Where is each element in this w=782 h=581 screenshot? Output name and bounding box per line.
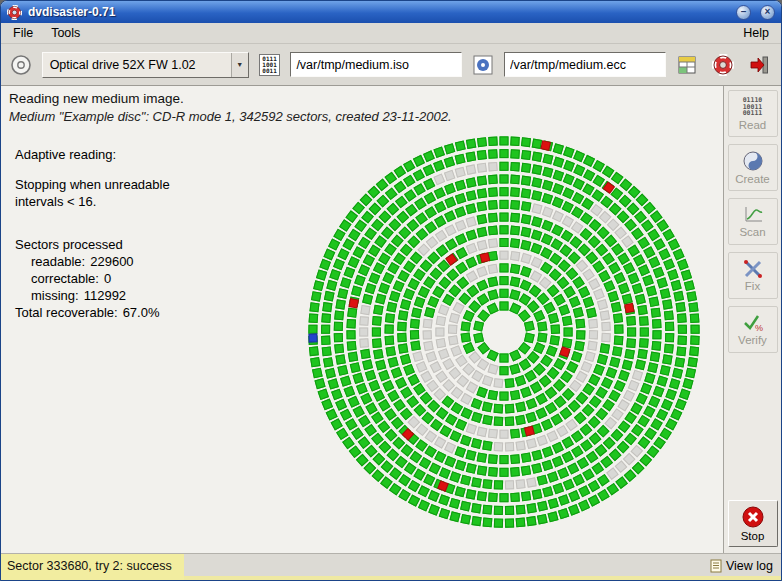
titlebar[interactable]: dvdisaster-0.71 – ×: [1, 1, 781, 23]
drive-select-combobox[interactable]: Optical drive 52X FW 1.02 ▼: [42, 52, 249, 78]
adaptive-reading-title: Adaptive reading:: [15, 146, 170, 163]
titlebar-button-minimize[interactable]: –: [736, 5, 751, 20]
scan-button[interactable]: Scan: [728, 198, 778, 245]
ecc-file-input[interactable]: [504, 52, 666, 77]
status-message: Sector 333680, try 2: success: [1, 554, 184, 580]
window-title: dvdisaster-0.71: [28, 5, 115, 19]
readable-label: readable:: [31, 254, 85, 269]
view-log-label: View log: [726, 559, 773, 573]
menu-file[interactable]: File: [4, 24, 42, 42]
sectors-readable-row: readable:229600: [15, 253, 170, 270]
log-page-icon: [710, 559, 722, 573]
total-recoverable-value: 67.0%: [123, 305, 160, 320]
menu-help[interactable]: Help: [734, 24, 778, 42]
total-recoverable-row: Total recoverable:67.0%: [15, 304, 170, 321]
stop-button[interactable]: Stop: [728, 500, 778, 547]
chevron-down-icon[interactable]: ▼: [231, 53, 248, 77]
toolbar: Optical drive 52X FW 1.02 ▼ 0111 1001 00…: [1, 44, 781, 86]
read-button-label: Read: [739, 119, 767, 131]
yin-yang-create-icon: [742, 150, 764, 172]
image-file-button[interactable]: 0111 1001 0011: [256, 51, 284, 79]
lifebuoy-logo-icon: [7, 5, 22, 20]
ecc-file-icon: [472, 54, 494, 76]
sectors-processed-title: Sectors processed: [15, 236, 170, 253]
status-heading-line1: Reading new medium image.: [9, 91, 715, 106]
statusbar: Sector 333680, try 2: success View log: [1, 553, 781, 580]
drive-select-value: Optical drive 52X FW 1.02: [43, 53, 231, 77]
stop-icon: [741, 505, 765, 529]
correctable-label: correctable:: [31, 271, 99, 286]
verify-button-label: Verify: [738, 334, 767, 346]
image-file-input[interactable]: [290, 52, 462, 77]
scan-chart-icon: [742, 205, 764, 225]
binary-row: 00111: [743, 110, 763, 117]
read-binary-icon: 01110 10011 00111: [741, 96, 765, 118]
optical-disc-icon: [9, 53, 33, 77]
menu-tools[interactable]: Tools: [42, 24, 89, 42]
window-body: Reading new medium image. Medium "Exampl…: [1, 86, 781, 553]
drive-select-button[interactable]: [7, 51, 35, 79]
help-button[interactable]: [709, 51, 737, 79]
app-icon[interactable]: [7, 5, 22, 20]
app-window: dvdisaster-0.71 – × File Tools Help Opti…: [0, 0, 782, 581]
status-heading-line2: Medium "Example disc": CD-R mode 1, 3425…: [9, 109, 715, 124]
status-heading: Reading new medium image. Medium "Exampl…: [1, 86, 723, 128]
verify-button[interactable]: % Verify: [728, 306, 778, 353]
action-sidebar: 01110 10011 00111 Read Create: [723, 86, 781, 553]
preferences-button[interactable]: [673, 51, 701, 79]
preferences-icon: [677, 55, 697, 75]
fix-button-label: Fix: [745, 280, 760, 292]
menubar: File Tools Help: [1, 23, 781, 44]
missing-label: missing:: [31, 288, 79, 303]
titlebar-button-close[interactable]: ×: [760, 5, 775, 20]
correctable-value: 0: [104, 271, 111, 286]
stopping-line1: Stopping when unreadable: [15, 176, 170, 193]
main-column: Reading new medium image. Medium "Exampl…: [1, 86, 723, 553]
quit-exit-icon: [748, 54, 770, 76]
total-recoverable-label: Total recoverable:: [15, 305, 118, 320]
view-log-button[interactable]: View log: [704, 554, 781, 580]
sectors-missing-row: missing:112992: [15, 287, 170, 304]
fix-button[interactable]: Fix: [728, 252, 778, 299]
verify-check-icon: %: [742, 313, 764, 333]
adaptive-reading-info: Adaptive reading: Stopping when unreadab…: [15, 146, 170, 321]
binary-row: 0011: [262, 68, 276, 74]
create-button[interactable]: Create: [728, 144, 778, 191]
stop-button-label: Stop: [741, 530, 765, 542]
sectors-correctable-row: correctable:0: [15, 270, 170, 287]
toolbar-right-group: [673, 51, 775, 79]
quit-button[interactable]: [745, 51, 773, 79]
binary-image-icon: 0111 1001 0011: [259, 54, 279, 76]
readable-value: 229600: [90, 254, 133, 269]
svg-text:%: %: [755, 323, 763, 333]
missing-value: 112992: [84, 288, 126, 303]
scan-button-label: Scan: [739, 226, 765, 238]
sector-spiral: [304, 132, 704, 532]
ecc-file-button[interactable]: [469, 51, 497, 79]
fix-tools-icon: [742, 259, 764, 279]
read-button[interactable]: 01110 10011 00111 Read: [728, 90, 778, 137]
lifebuoy-help-icon: [712, 54, 734, 76]
reading-content-area: Adaptive reading: Stopping when unreadab…: [1, 128, 723, 553]
create-button-label: Create: [735, 173, 770, 185]
stopping-line2: intervals < 16.: [15, 193, 170, 210]
